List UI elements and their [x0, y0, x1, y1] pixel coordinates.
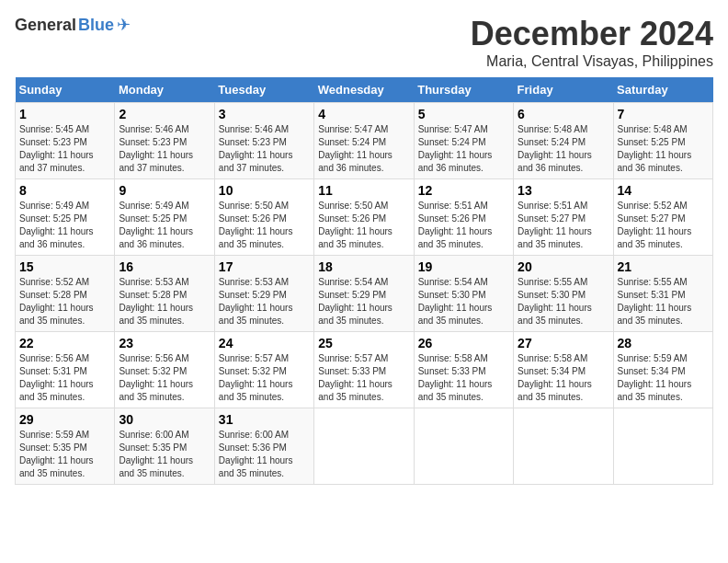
day-number: 21 — [618, 259, 709, 274]
day-info: Sunrise: 6:00 AMSunset: 5:36 PMDaylight:… — [219, 429, 310, 480]
calendar-cell: 10Sunrise: 5:50 AMSunset: 5:26 PMDayligh… — [214, 179, 313, 256]
day-number: 16 — [119, 259, 210, 274]
calendar-table: SundayMondayTuesdayWednesdayThursdayFrid… — [15, 77, 713, 485]
day-info: Sunrise: 5:58 AMSunset: 5:34 PMDaylight:… — [518, 352, 609, 404]
week-row: 1Sunrise: 5:45 AMSunset: 5:23 PMDaylight… — [16, 103, 713, 179]
calendar-cell: 14Sunrise: 5:52 AMSunset: 5:27 PMDayligh… — [613, 179, 712, 256]
location-title: Maria, Central Visayas, Philippines — [471, 53, 713, 70]
header-row: SundayMondayTuesdayWednesdayThursdayFrid… — [16, 77, 713, 103]
calendar-cell: 21Sunrise: 5:55 AMSunset: 5:31 PMDayligh… — [613, 256, 712, 332]
day-info: Sunrise: 5:50 AMSunset: 5:26 PMDaylight:… — [219, 200, 310, 251]
week-row: 29Sunrise: 5:59 AMSunset: 5:35 PMDayligh… — [16, 408, 713, 485]
week-row: 15Sunrise: 5:52 AMSunset: 5:28 PMDayligh… — [16, 256, 713, 332]
day-number: 20 — [518, 259, 609, 274]
day-number: 7 — [618, 107, 709, 121]
calendar-cell: 3Sunrise: 5:46 AMSunset: 5:23 PMDaylight… — [214, 103, 313, 179]
calendar-cell: 26Sunrise: 5:58 AMSunset: 5:33 PMDayligh… — [414, 332, 513, 408]
calendar-cell — [514, 408, 613, 485]
logo-general: General — [15, 16, 76, 35]
day-number: 23 — [119, 336, 210, 350]
day-info: Sunrise: 5:57 AMSunset: 5:32 PMDaylight:… — [219, 352, 310, 404]
calendar-cell: 18Sunrise: 5:54 AMSunset: 5:29 PMDayligh… — [314, 256, 414, 332]
header-day: Tuesday — [214, 77, 313, 103]
day-info: Sunrise: 5:51 AMSunset: 5:26 PMDaylight:… — [418, 200, 509, 251]
header: General Blue ✈ December 2024 Maria, Cent… — [15, 15, 713, 70]
day-number: 10 — [219, 183, 310, 198]
day-info: Sunrise: 5:55 AMSunset: 5:31 PMDaylight:… — [618, 276, 709, 327]
calendar-cell: 7Sunrise: 5:48 AMSunset: 5:25 PMDaylight… — [613, 103, 712, 179]
week-row: 22Sunrise: 5:56 AMSunset: 5:31 PMDayligh… — [16, 332, 713, 408]
calendar-cell: 20Sunrise: 5:55 AMSunset: 5:30 PMDayligh… — [514, 256, 613, 332]
day-info: Sunrise: 5:49 AMSunset: 5:25 PMDaylight:… — [19, 200, 110, 251]
day-info: Sunrise: 5:54 AMSunset: 5:30 PMDaylight:… — [418, 276, 509, 327]
day-number: 11 — [318, 183, 409, 198]
day-number: 26 — [418, 336, 509, 350]
day-info: Sunrise: 5:50 AMSunset: 5:26 PMDaylight:… — [318, 200, 409, 251]
day-info: Sunrise: 5:45 AMSunset: 5:23 PMDaylight:… — [19, 123, 110, 175]
day-number: 12 — [418, 183, 509, 198]
header-day: Friday — [514, 77, 613, 103]
calendar-cell: 8Sunrise: 5:49 AMSunset: 5:25 PMDaylight… — [16, 179, 115, 256]
day-number: 27 — [518, 336, 609, 350]
calendar-cell: 4Sunrise: 5:47 AMSunset: 5:24 PMDaylight… — [314, 103, 414, 179]
day-number: 30 — [119, 412, 210, 427]
calendar-cell: 23Sunrise: 5:56 AMSunset: 5:32 PMDayligh… — [115, 332, 214, 408]
day-info: Sunrise: 5:56 AMSunset: 5:31 PMDaylight:… — [19, 352, 110, 404]
day-info: Sunrise: 5:46 AMSunset: 5:23 PMDaylight:… — [219, 123, 310, 175]
calendar-cell: 6Sunrise: 5:48 AMSunset: 5:24 PMDaylight… — [514, 103, 613, 179]
day-info: Sunrise: 5:48 AMSunset: 5:25 PMDaylight:… — [618, 123, 709, 175]
week-row: 8Sunrise: 5:49 AMSunset: 5:25 PMDaylight… — [16, 179, 713, 256]
day-info: Sunrise: 5:52 AMSunset: 5:28 PMDaylight:… — [19, 276, 110, 327]
day-info: Sunrise: 5:59 AMSunset: 5:34 PMDaylight:… — [618, 352, 709, 404]
day-number: 13 — [518, 183, 609, 198]
day-number: 25 — [318, 336, 409, 350]
logo: General Blue ✈ — [15, 15, 131, 35]
calendar-cell — [314, 408, 414, 485]
day-number: 8 — [19, 183, 110, 198]
day-info: Sunrise: 5:59 AMSunset: 5:35 PMDaylight:… — [19, 429, 110, 480]
calendar-cell: 29Sunrise: 5:59 AMSunset: 5:35 PMDayligh… — [16, 408, 115, 485]
calendar-cell: 9Sunrise: 5:49 AMSunset: 5:25 PMDaylight… — [115, 179, 214, 256]
logo-bird-icon: ✈ — [117, 15, 131, 35]
day-info: Sunrise: 5:58 AMSunset: 5:33 PMDaylight:… — [418, 352, 509, 404]
day-number: 3 — [219, 107, 310, 121]
calendar-cell: 5Sunrise: 5:47 AMSunset: 5:24 PMDaylight… — [414, 103, 513, 179]
calendar-cell: 25Sunrise: 5:57 AMSunset: 5:33 PMDayligh… — [314, 332, 414, 408]
day-number: 1 — [19, 107, 110, 121]
calendar-cell: 22Sunrise: 5:56 AMSunset: 5:31 PMDayligh… — [16, 332, 115, 408]
day-info: Sunrise: 5:48 AMSunset: 5:24 PMDaylight:… — [518, 123, 609, 175]
day-info: Sunrise: 5:54 AMSunset: 5:29 PMDaylight:… — [318, 276, 409, 327]
day-number: 6 — [518, 107, 609, 121]
day-info: Sunrise: 5:56 AMSunset: 5:32 PMDaylight:… — [119, 352, 210, 404]
day-number: 9 — [119, 183, 210, 198]
header-day: Monday — [115, 77, 214, 103]
day-number: 15 — [19, 259, 110, 274]
day-info: Sunrise: 5:52 AMSunset: 5:27 PMDaylight:… — [618, 200, 709, 251]
calendar-cell: 15Sunrise: 5:52 AMSunset: 5:28 PMDayligh… — [16, 256, 115, 332]
day-number: 4 — [318, 107, 409, 121]
calendar-cell: 2Sunrise: 5:46 AMSunset: 5:23 PMDaylight… — [115, 103, 214, 179]
day-info: Sunrise: 5:46 AMSunset: 5:23 PMDaylight:… — [119, 123, 210, 175]
calendar-cell: 24Sunrise: 5:57 AMSunset: 5:32 PMDayligh… — [214, 332, 313, 408]
day-number: 17 — [219, 259, 310, 274]
day-info: Sunrise: 5:49 AMSunset: 5:25 PMDaylight:… — [119, 200, 210, 251]
day-number: 2 — [119, 107, 210, 121]
calendar-cell: 12Sunrise: 5:51 AMSunset: 5:26 PMDayligh… — [414, 179, 513, 256]
day-info: Sunrise: 5:53 AMSunset: 5:29 PMDaylight:… — [219, 276, 310, 327]
title-area: December 2024 Maria, Central Visayas, Ph… — [471, 15, 713, 70]
calendar-cell — [414, 408, 513, 485]
calendar-cell: 16Sunrise: 5:53 AMSunset: 5:28 PMDayligh… — [115, 256, 214, 332]
month-title: December 2024 — [471, 15, 713, 53]
day-number: 29 — [19, 412, 110, 427]
header-day: Sunday — [16, 77, 115, 103]
day-info: Sunrise: 5:47 AMSunset: 5:24 PMDaylight:… — [318, 123, 409, 175]
calendar-cell: 13Sunrise: 5:51 AMSunset: 5:27 PMDayligh… — [514, 179, 613, 256]
logo-blue: Blue — [78, 16, 114, 35]
header-day: Saturday — [613, 77, 712, 103]
header-day: Thursday — [414, 77, 513, 103]
calendar-cell: 17Sunrise: 5:53 AMSunset: 5:29 PMDayligh… — [214, 256, 313, 332]
day-info: Sunrise: 6:00 AMSunset: 5:35 PMDaylight:… — [119, 429, 210, 480]
day-info: Sunrise: 5:53 AMSunset: 5:28 PMDaylight:… — [119, 276, 210, 327]
calendar-cell: 19Sunrise: 5:54 AMSunset: 5:30 PMDayligh… — [414, 256, 513, 332]
day-number: 5 — [418, 107, 509, 121]
